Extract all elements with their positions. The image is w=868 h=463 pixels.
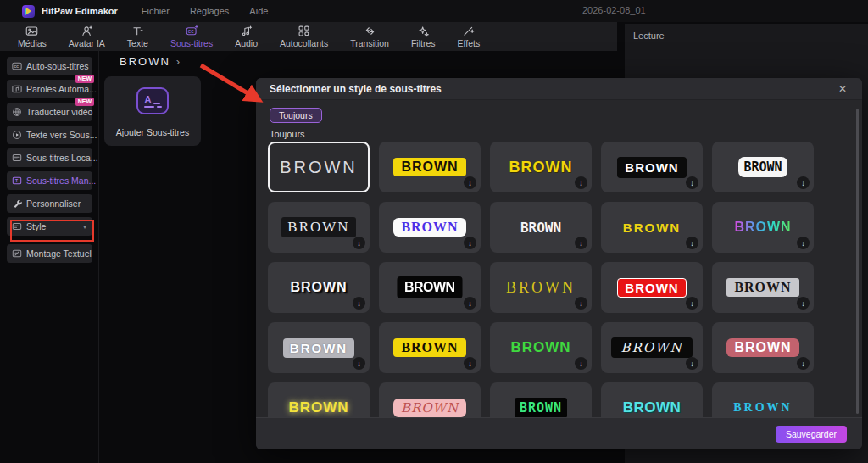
download-icon[interactable]: ↓	[464, 176, 476, 189]
chevron-down-icon: ▾	[83, 223, 86, 231]
effects-icon	[462, 25, 475, 37]
subtitle-style-card[interactable]: BROWN↓	[268, 262, 370, 313]
download-icon[interactable]: ↓	[464, 357, 476, 370]
tab-effets[interactable]: Effets	[448, 22, 490, 51]
subtitle-style-card[interactable]: BROWN↓	[379, 322, 481, 373]
tab-sous-titres[interactable]: CC Sous-titres	[161, 22, 222, 51]
chevron-right-icon: ›	[176, 55, 180, 68]
player-label: Lecture	[633, 31, 665, 41]
download-icon[interactable]: ↓	[353, 297, 365, 310]
download-icon[interactable]: ↓	[686, 237, 698, 249]
subtitle-style-card[interactable]: BROWN	[268, 142, 370, 192]
download-icon[interactable]: ↓	[686, 357, 698, 370]
sidebar-item-texte-vers-sous-titres[interactable]: Texte vers Sous...	[7, 126, 92, 144]
download-icon[interactable]: ↓	[464, 237, 476, 249]
sidebar-item-personnaliser[interactable]: Personnaliser	[7, 194, 92, 213]
subtitle-style-card[interactable]: BROWN↓	[379, 202, 481, 253]
audio-icon	[240, 25, 253, 37]
download-icon[interactable]: ↓	[575, 237, 587, 249]
tab-autocollants[interactable]: Autocollants	[270, 22, 337, 51]
media-icon	[25, 25, 38, 37]
menu-fichier[interactable]: Fichier	[142, 6, 170, 16]
app-logo-icon	[22, 5, 35, 18]
add-subtitles-label: Ajouter Sous-titres	[104, 127, 201, 137]
download-icon[interactable]: ↓	[797, 237, 810, 249]
tab-audio[interactable]: Audio	[225, 22, 267, 51]
section-label: Toujours	[270, 129, 305, 139]
download-icon[interactable]: ↓	[686, 176, 698, 189]
subtitles-icon: CC	[186, 25, 198, 37]
download-icon[interactable]: ↓	[464, 297, 476, 310]
subtitle-style-card[interactable]: BROWN↓	[712, 142, 814, 192]
dialog-footer: Sauvegarder	[256, 417, 862, 449]
save-button[interactable]: Sauvegarder	[776, 426, 847, 443]
tab-filtres[interactable]: Filtres	[402, 22, 445, 51]
subtitle-style-card[interactable]: BROWN↓	[712, 202, 814, 253]
subtitle-style-card[interactable]: BROWN↓	[490, 262, 592, 313]
breadcrumb-label: BROWN	[120, 55, 170, 68]
title-bar: HitPaw Edimakor Fichier Réglages Aide 20…	[0, 0, 868, 22]
sidebar-item-traducteur-video[interactable]: Traducteur vidéo NEW	[7, 103, 92, 121]
menu-reglages[interactable]: Réglages	[190, 6, 229, 16]
tab-avatar-ia[interactable]: Avatar IA	[59, 22, 114, 51]
subtitle-lines-icon	[12, 153, 22, 163]
download-icon[interactable]: ↓	[797, 357, 810, 370]
subtitle-style-card[interactable]: BROWN↓	[379, 142, 481, 192]
sidebar-item-sous-titres-locaux[interactable]: Sous-titres Loca...	[7, 148, 92, 167]
close-icon[interactable]: ✕	[837, 83, 849, 95]
subtitle-style-card[interactable]: BROWN↓	[490, 202, 592, 253]
subtitle-style-card[interactable]: BROWN↓	[268, 322, 370, 373]
wrench-icon	[12, 198, 22, 209]
tab-medias[interactable]: Médias	[8, 22, 56, 51]
tab-transition[interactable]: Transition	[341, 22, 398, 51]
add-subtitles-card[interactable]: A Ajouter Sous-titres	[104, 76, 201, 146]
main-toolbar: Médias Avatar IA Texte CC Sous-titres Au…	[0, 22, 617, 51]
sidebar-item-sous-titres-manuels[interactable]: T Sous-titres Man...	[7, 171, 92, 190]
download-icon[interactable]: ↓	[797, 297, 810, 310]
globe-icon	[12, 107, 22, 117]
text-icon	[131, 25, 144, 37]
transition-icon	[364, 25, 376, 37]
subtitle-style-card[interactable]: BROWN↓	[601, 322, 703, 373]
breadcrumb[interactable]: BROWN ›	[120, 55, 180, 68]
dialog-header: Sélectionner un style de sous-titres ✕	[256, 78, 862, 100]
svg-text:CC: CC	[14, 65, 19, 69]
filters-icon	[417, 25, 430, 37]
dialog-scrollbar[interactable]	[856, 109, 859, 414]
download-icon[interactable]: ↓	[575, 297, 587, 310]
sidebar-item-style[interactable]: Style ▾	[7, 217, 92, 236]
subtitle-style-card[interactable]: BROWN↓	[268, 202, 370, 253]
subtitle-style-card[interactable]: BROWN↓	[490, 322, 592, 373]
subtitle-style-card[interactable]: BROWN↓	[601, 202, 703, 253]
download-icon[interactable]: ↓	[575, 176, 587, 189]
sidebar-item-auto-sous-titres[interactable]: CC Auto-sous-titres	[7, 57, 92, 75]
subtitle-style-card[interactable]: BROWN↓	[712, 322, 814, 373]
play-circle-icon	[12, 130, 22, 140]
subtitle-style-card[interactable]: BROWN↓	[379, 262, 481, 313]
style-grid: BROWN BROWN↓ BROWN↓ BROWN↓ BROWN↓ BROWN↓…	[268, 142, 814, 433]
svg-text:CC: CC	[187, 30, 193, 34]
menu-aide[interactable]: Aide	[249, 6, 268, 16]
manual-subtitles-icon: T	[12, 176, 22, 186]
add-subtitles-icon: A	[136, 87, 169, 114]
svg-text:T: T	[15, 178, 19, 183]
cc-icon: CC	[12, 61, 22, 71]
sidebar-item-montage-textuel[interactable]: Montage Textuel	[7, 244, 92, 263]
sidebar-item-paroles-automatiques[interactable]: Paroles Automa... NEW	[7, 80, 92, 98]
filter-chip-toujours[interactable]: Toujours	[270, 108, 322, 123]
menu-bar: Fichier Réglages Aide	[142, 6, 269, 16]
download-icon[interactable]: ↓	[686, 297, 698, 310]
avatar-ai-icon	[81, 25, 93, 37]
download-icon[interactable]: ↓	[575, 357, 587, 370]
download-icon[interactable]: ↓	[353, 237, 365, 249]
subtitle-style-card[interactable]: BROWN↓	[712, 262, 814, 313]
sidebar: CC Auto-sous-titres Paroles Automa... NE…	[0, 51, 99, 463]
stickers-icon	[298, 25, 310, 37]
tab-texte[interactable]: Texte	[118, 22, 158, 51]
app-window: HitPaw Edimakor Fichier Réglages Aide 20…	[0, 0, 868, 463]
subtitle-style-card[interactable]: BROWN↓	[601, 142, 703, 192]
download-icon[interactable]: ↓	[797, 176, 810, 189]
subtitle-style-card[interactable]: BROWN↓	[601, 262, 703, 313]
subtitle-style-card[interactable]: BROWN↓	[490, 142, 592, 192]
download-icon[interactable]: ↓	[353, 357, 365, 370]
